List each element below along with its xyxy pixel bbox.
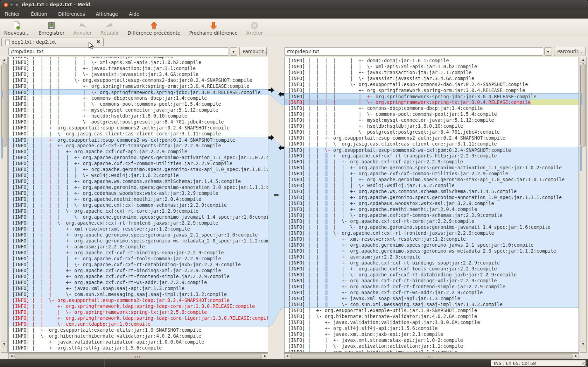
tab-label: dep1.txt : dep2.txt [12, 39, 56, 45]
right-path-dropdown-button[interactable]: ▼ [544, 47, 552, 56]
code-line: [INFO] | | \- com.sun:ldapbp:jar:1.0:com… [9, 321, 268, 327]
code-line: [INFO] | | | | +- org.springframework:sp… [9, 83, 268, 89]
save-icon [47, 21, 56, 30]
paned-handle[interactable] [274, 194, 279, 196]
diff-link-gutter [268, 57, 284, 353]
code-line: [INFO] | | | | \- postgresql:postgresql:… [285, 129, 579, 135]
code-line: [INFO] | | +- org.apache.cxf:cxf-rt-bind… [285, 260, 579, 266]
chunk-link-band [268, 136, 284, 327]
code-line: [INFO] | | | | +- org.codehaus.woodstox:… [285, 200, 579, 206]
code-line: [INFO] | | +- org.apache.geronimo.specs:… [285, 242, 579, 248]
right-horizontal-scrollbar[interactable]: ◀ ▶ [284, 353, 579, 359]
code-line: [INFO] | | \- org.esupportail:esup-commo… [285, 147, 579, 153]
code-line: [INFO] | | | +- org.apache.cxf:cxf-rt-bi… [9, 250, 268, 256]
code-line: [INFO] | | | | +- hsqldb:hsqldb:jar:1.8.… [9, 113, 268, 119]
menu-fichier[interactable]: Fichier [0, 10, 24, 19]
left-vertical-scrollbar[interactable]: ▲ ▼ [1, 57, 8, 353]
right-browse-button[interactable]: Parcourir... [554, 47, 586, 56]
close-window-icon[interactable]: × [4, 2, 8, 7]
status-bar: INS : Ln 65, Col 58 [0, 359, 588, 367]
right-horizontal-scrollbar-thumb[interactable] [290, 354, 573, 359]
code-line: [INFO] | | | | | | \- xml-apis:xml-apis:… [285, 64, 579, 70]
diff-map-mark [1, 91, 3, 98]
code-line: [INFO] | | | | | | +- org.apache.geronim… [9, 167, 268, 172]
code-line: [INFO] | | | \- com.sun.xml.messaging.sa… [9, 291, 268, 297]
maximize-window-icon[interactable]: ▫ [15, 2, 20, 7]
code-line: [INFO] | | \- org.apache.cxf:cxf-rt-fron… [285, 230, 579, 236]
right-diff-pane[interactable]: [INFO] | | | | | +- dom4j:dom4j:jar:1.6.… [284, 57, 579, 353]
code-line: [INFO] | | | | | +- dom4j:dom4j:jar:1.6.… [9, 57, 268, 59]
code-line: [INFO] | | | \- org.apache.cxf:cxf-rt-co… [285, 218, 579, 224]
code-line: [INFO] | | | | | \- org.springframework:… [285, 99, 579, 105]
code-line: [INFO] | +- javax.validation:validation-… [285, 319, 579, 325]
code-line: [INFO] | | | | | +- org.apache.geronimo.… [9, 155, 268, 161]
code-line: [INFO] | | | +- org.apache.cxf:cxf-rt-fr… [9, 274, 268, 280]
code-line: [INFO] | | | | | +- org.springframework:… [285, 93, 579, 99]
menu-aide[interactable]: Aide [124, 10, 144, 19]
code-line: [INFO] | | | | | | \- wsdl4j:wsdl4j:jar:… [9, 172, 268, 178]
code-line: [INFO] | +- org.esupportail:example-util… [285, 308, 579, 313]
code-line: [INFO] | | | | +- commons-dbcp:commons-d… [9, 95, 268, 101]
toolbar-button-label: Nouveau... [4, 30, 30, 36]
menu-differences[interactable]: Différences [54, 10, 90, 19]
code-line: [INFO] | | | +- org.apache.cxf:cxf-rt-bi… [9, 268, 268, 274]
previous-difference-button[interactable]: Différence précédente [126, 19, 183, 36]
stop-button: Arrêter [244, 19, 265, 36]
code-line: [INFO] | | +- org.apache.cxf:cxf-rt-tran… [285, 153, 579, 159]
new-button[interactable]: Nouveau... [2, 19, 32, 36]
menu-affichage[interactable]: Affichage [91, 10, 122, 19]
scroll-up-icon[interactable]: ▲ [580, 57, 586, 63]
left-path-dropdown-button[interactable]: ▼ [230, 47, 237, 56]
cursor-position-status: INS : Ln 65, Col 58 [491, 360, 586, 366]
scroll-left-icon[interactable]: ◀ [9, 354, 14, 359]
code-line: [INFO] | | | +- org.apache.cxf:cxf-rt-ws… [9, 280, 268, 285]
scroll-down-icon[interactable]: ▼ [580, 341, 586, 347]
diff-map-mark [580, 93, 582, 105]
scrollbar-grip [428, 356, 435, 358]
left-vertical-scrollbar-thumb[interactable] [1, 63, 7, 147]
toolbar-button-label: Prochaine différence [189, 30, 237, 36]
next-difference-button[interactable]: Prochaine différence [187, 19, 239, 36]
right-vertical-scrollbar-thumb[interactable] [580, 63, 586, 147]
code-line: [INFO] | | | +- xml-resolver:xml-resolve… [9, 226, 268, 232]
scroll-left-icon[interactable]: ◀ [285, 354, 290, 359]
code-line: [INFO] | | +- xml-resolver:xml-resolver:… [285, 236, 579, 242]
code-line: [INFO] | | | | \- org.apache.cxf:cxf-rt-… [9, 208, 268, 214]
left-horizontal-scrollbar[interactable]: ◀ ▶ [8, 353, 268, 359]
code-line: [INFO] | | +- org.esupportail:esup-commo… [9, 125, 268, 131]
code-line: [INFO] | | | +- javax.xml.soap:saaj-api:… [9, 285, 268, 291]
scroll-up-icon[interactable]: ▲ [1, 57, 7, 63]
code-line: [INFO] | | | | | \- org.springframework:… [9, 89, 268, 95]
left-file-path-input[interactable] [8, 47, 229, 56]
meld-window: × − ▫ dep1.txt : dep2.txt - Meld Fichier… [0, 0, 588, 367]
right-file-path-input[interactable] [284, 47, 543, 56]
scroll-right-icon[interactable]: ▶ [262, 354, 268, 359]
left-diff-pane[interactable]: [INFO] | | | | | +- dom4j:dom4j:jar:1.6.… [8, 57, 268, 353]
code-line: [INFO] | | +- org.springframework.ldap:s… [9, 315, 268, 321]
code-line: [INFO] | | +- org.esupportail:esup-commo… [285, 135, 579, 141]
left-horizontal-scrollbar-thumb[interactable] [14, 354, 262, 359]
scroll-right-icon[interactable]: ▶ [573, 354, 579, 359]
code-line: [INFO] | | +- org.esupportail:esup-commo… [9, 137, 268, 143]
code-line: [INFO] | | | +- asm:asm:jar:2.2.3:compil… [9, 244, 268, 250]
code-line: [INFO] | | | | | +- org.apache.ws.common… [9, 178, 268, 184]
code-line: [INFO] | | | | | \- javassist:javassist:… [285, 76, 579, 82]
code-line: [INFO] | | | | +- org.apache.ws.commons.… [285, 189, 579, 195]
right-vertical-scrollbar[interactable]: ▲ ▼ [580, 57, 587, 353]
titlebar[interactable]: × − ▫ dep1.txt : dep2.txt - Meld [0, 0, 588, 10]
minimize-window-icon[interactable]: − [9, 2, 14, 7]
resize-grip[interactable] [582, 362, 587, 367]
left-browse-button[interactable]: Parcourir... [239, 47, 267, 56]
up-arrow-icon [150, 21, 158, 30]
code-line: [INFO] | | | +- org.apache.cxf:cxf-tools… [285, 266, 579, 272]
code-line: [INFO] | | | | | +- org.apache.geronimo.… [285, 177, 579, 183]
code-line: [INFO] | | | | | +- dom4j:dom4j:jar:1.6.… [285, 58, 579, 64]
scroll-down-icon[interactable]: ▼ [1, 341, 7, 347]
save-button[interactable]: Enregistrer [36, 19, 66, 36]
code-line: [INFO] | \- org.hibernate:hibernate-vali… [9, 333, 268, 339]
menu-edition[interactable]: Édition [26, 10, 52, 19]
code-line: [INFO] | | | +- org.apache.geronimo.spec… [9, 232, 268, 238]
mouse-cursor [88, 42, 95, 51]
code-line: [INFO] | \- com.sun.xml.bind:jaxb-impl:j… [285, 349, 579, 353]
tab-close-icon[interactable]: ✖ [96, 39, 100, 44]
